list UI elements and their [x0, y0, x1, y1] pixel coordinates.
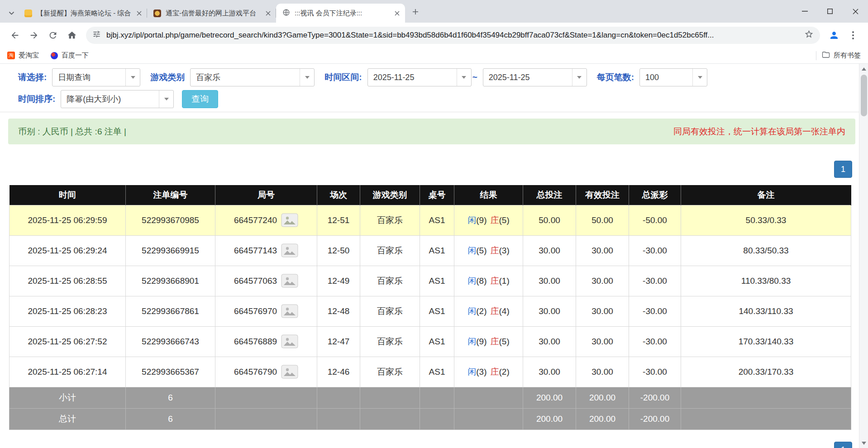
pagination-page-1-top[interactable]: 1: [834, 161, 852, 178]
cell-total-bet-link[interactable]: 30.00: [523, 296, 576, 326]
cell-time: 2025-11-25 06:28:23: [10, 296, 126, 326]
cell-valid-bet: 30.00: [576, 357, 629, 387]
cell-bet-id: 522993667861: [126, 296, 215, 326]
scrollbar-thumb[interactable]: [861, 75, 867, 116]
header-table: 桌号: [420, 185, 454, 205]
header-session: 场次: [317, 185, 360, 205]
bookmarks-divider: [816, 51, 816, 60]
cell-valid-bet: 30.00: [576, 326, 629, 357]
table-row: 2025-11-25 06:29:59 522993670985 6645772…: [10, 205, 851, 235]
sort-order-select[interactable]: 降幂(由大到小): [61, 90, 174, 108]
cell-total-bet-link[interactable]: 30.00: [523, 266, 576, 296]
page-size-label: 每页笔数:: [597, 71, 634, 83]
chevron-down-icon[interactable]: [572, 69, 587, 86]
header-bet-id: 注单编号: [126, 185, 215, 205]
tab-close-icon[interactable]: [263, 9, 272, 18]
cell-game: 百家乐: [360, 266, 420, 296]
header-game-type: 游戏类别: [360, 185, 420, 205]
bookmark-baidu[interactable]: 百度一下: [51, 51, 89, 60]
cell-payout: -30.00: [629, 357, 681, 387]
date-from-select[interactable]: 2025-11-25: [367, 68, 472, 86]
baidu-favicon-icon: [51, 52, 58, 59]
address-bar[interactable]: bjbj.xyz/ipl/portal.php/game/betrecord_s…: [86, 27, 820, 44]
round-result-image-icon[interactable]: [281, 274, 298, 288]
browser-tab-forum[interactable]: 【新提醒】海燕策略论坛 - 综合: [18, 4, 147, 23]
chevron-down-icon[interactable]: [159, 91, 173, 108]
taobao-favicon-icon: 淘: [7, 52, 15, 59]
page-scrollbar[interactable]: [859, 64, 868, 448]
forward-button[interactable]: [24, 26, 43, 45]
bookmarks-bar: 淘 爱淘宝 百度一下 所有书签: [0, 48, 868, 64]
chevron-down-icon[interactable]: [300, 69, 314, 86]
cell-table: AS1: [420, 326, 454, 357]
window-controls: [792, 0, 868, 23]
cell-game: 百家乐: [360, 357, 420, 387]
site-settings-icon[interactable]: [92, 30, 101, 40]
total-label: 总计: [10, 408, 126, 429]
date-from-value: 2025-11-25: [373, 73, 415, 82]
chevron-down-icon[interactable]: [692, 69, 707, 86]
tab-close-icon[interactable]: [134, 9, 143, 18]
round-number: 664577063: [234, 276, 277, 286]
select-label: 请选择:: [18, 71, 47, 83]
window-close-button[interactable]: [843, 0, 868, 23]
query-type-select[interactable]: 日期查询: [52, 68, 140, 86]
bookmark-star-icon[interactable]: [804, 29, 814, 41]
cell-total-bet-link[interactable]: 50.00: [523, 205, 576, 235]
bookmark-taobao[interactable]: 淘 爱淘宝: [7, 51, 39, 60]
sort-label: 时间排序:: [18, 93, 55, 105]
round-result-image-icon[interactable]: [281, 334, 298, 348]
cell-time: 2025-11-25 06:28:55: [10, 266, 126, 296]
sort-order-value: 降幂(由大到小): [67, 94, 121, 105]
pagination-page-1-bottom[interactable]: 1: [834, 442, 852, 448]
game-type-value: 百家乐: [196, 72, 220, 83]
reload-button[interactable]: [43, 26, 62, 45]
round-result-image-icon[interactable]: [281, 243, 298, 257]
round-number: 664577240: [234, 215, 277, 225]
folder-icon: [822, 51, 830, 60]
menu-dots-icon[interactable]: [844, 26, 863, 45]
header-valid-bet: 有效投注: [576, 185, 629, 205]
home-button[interactable]: [62, 26, 81, 45]
game-type-select[interactable]: 百家乐: [190, 68, 315, 86]
round-result-image-icon[interactable]: [281, 365, 298, 379]
tab-search-chevron-icon[interactable]: [5, 4, 18, 23]
all-bookmarks-button[interactable]: 所有书签: [822, 51, 861, 60]
browser-tab-tongbao[interactable]: 通宝-信誉最好的网上游戏平台: [147, 4, 276, 23]
cell-round: 664577063: [215, 266, 317, 296]
subtotal-count: 6: [126, 387, 215, 408]
cell-round: 664577143: [215, 235, 317, 266]
url-text[interactable]: bjbj.xyz/ipl/portal.php/game/betrecord_s…: [106, 31, 799, 40]
round-result-image-icon[interactable]: [281, 304, 298, 318]
table-row: 2025-11-25 06:27:52 522993666743 6645768…: [10, 326, 851, 357]
window-maximize-button[interactable]: [817, 0, 843, 23]
browser-tab-bet-records-active[interactable]: :::视讯 会员下注纪录:::: [276, 4, 405, 23]
scrollbar-down-arrow[interactable]: [859, 439, 868, 447]
window-minimize-button[interactable]: [792, 0, 817, 23]
profile-icon[interactable]: [825, 26, 844, 45]
back-button[interactable]: [5, 26, 24, 45]
cell-bet-id: 522993669915: [126, 235, 215, 266]
page-size-value: 100: [645, 73, 659, 82]
date-to-select[interactable]: 2025-11-25: [483, 68, 587, 86]
cell-total-bet-link[interactable]: 30.00: [523, 235, 576, 266]
cell-result: 闲(3)庄(2): [454, 357, 523, 387]
cell-total-bet-link[interactable]: 30.00: [523, 326, 576, 357]
cell-remark: 50.33/0.33: [681, 205, 851, 235]
forum-favicon-icon: [24, 10, 32, 17]
round-result-image-icon[interactable]: [281, 213, 298, 227]
new-tab-button[interactable]: [409, 5, 422, 19]
cell-table: AS1: [420, 205, 454, 235]
tab-title: 【新提醒】海燕策略论坛 - 综合: [37, 9, 131, 18]
table-header-row: 时间 注单编号 局号 场次 游戏类别 桌号 结果 总投注 有效投注 总派彩 备注: [10, 185, 851, 205]
search-button[interactable]: 查询: [182, 90, 218, 108]
cell-total-bet-link[interactable]: 30.00: [523, 357, 576, 387]
page-size-select[interactable]: 100: [639, 68, 707, 86]
cell-payout: -30.00: [629, 235, 681, 266]
cell-remark: 110.33/80.33: [681, 266, 851, 296]
cell-remark: 140.33/110.33: [681, 296, 851, 326]
chevron-down-icon[interactable]: [457, 69, 471, 86]
tab-close-icon[interactable]: [392, 9, 401, 18]
scrollbar-up-arrow[interactable]: [859, 65, 868, 73]
chevron-down-icon[interactable]: [125, 69, 140, 86]
